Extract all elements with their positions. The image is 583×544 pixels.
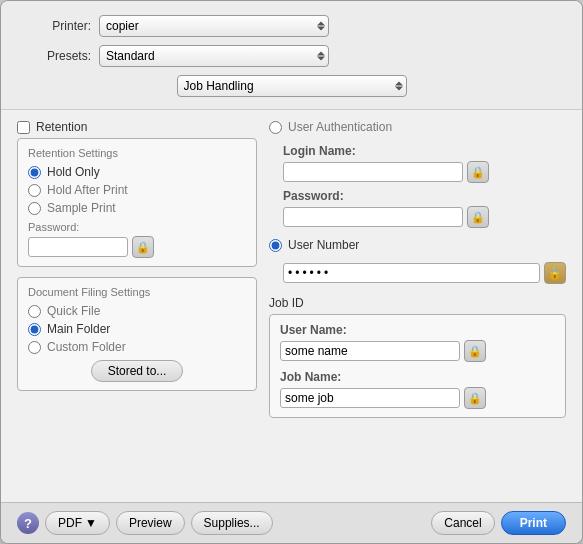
print-dialog: Printer: copier Presets: Standard J — [0, 0, 583, 544]
password-label: Password: — [283, 189, 566, 203]
presets-select[interactable]: Standard — [99, 45, 329, 67]
user-number-label: User Number — [288, 238, 359, 252]
main-folder-option: Main Folder — [28, 322, 246, 336]
job-id-section: Job ID User Name: 🔒 Job Name: 🔒 — [269, 296, 566, 418]
job-id-box: User Name: 🔒 Job Name: 🔒 — [269, 314, 566, 418]
section-select[interactable]: Job Handling — [177, 75, 407, 97]
user-auth-label: User Authentication — [288, 120, 392, 134]
cancel-button[interactable]: Cancel — [431, 511, 494, 535]
hold-after-print-radio[interactable] — [28, 184, 41, 197]
printer-label: Printer: — [21, 19, 91, 33]
pdf-button[interactable]: PDF ▼ — [45, 511, 110, 535]
custom-folder-option: Custom Folder — [28, 340, 246, 354]
presets-select-wrapper: Standard — [99, 45, 329, 67]
main-folder-radio[interactable] — [28, 323, 41, 336]
job-name-label: Job Name: — [280, 370, 555, 384]
user-number-option: User Number — [269, 238, 566, 252]
hold-after-print-label: Hold After Print — [47, 183, 128, 197]
supplies-button[interactable]: Supplies... — [191, 511, 273, 535]
left-panel: Retention Retention Settings Hold Only H… — [17, 120, 257, 492]
document-filing-box: Document Filing Settings Quick File Main… — [17, 277, 257, 391]
help-button[interactable]: ? — [17, 512, 39, 534]
quick-file-label: Quick File — [47, 304, 100, 318]
sample-print-radio[interactable] — [28, 202, 41, 215]
pdf-arrow-icon: ▼ — [85, 516, 97, 530]
retention-settings-title: Retention Settings — [28, 147, 246, 159]
job-id-label: Job ID — [269, 296, 566, 310]
bottom-bar: ? PDF ▼ Preview Supplies... Cancel Print — [1, 502, 582, 543]
quick-file-option: Quick File — [28, 304, 246, 318]
login-name-input[interactable] — [283, 162, 463, 182]
main-content: Retention Retention Settings Hold Only H… — [1, 110, 582, 502]
document-filing-title: Document Filing Settings — [28, 286, 246, 298]
document-filing-section: Document Filing Settings Quick File Main… — [17, 277, 257, 391]
retention-header: Retention — [17, 120, 257, 134]
user-number-radio[interactable] — [269, 239, 282, 252]
job-name-lock-button[interactable]: 🔒 — [464, 387, 486, 409]
printer-select[interactable]: copier — [99, 15, 329, 37]
user-name-row: 🔒 — [280, 340, 555, 362]
retention-password-input[interactable] — [28, 237, 128, 257]
section-select-wrapper: Job Handling — [177, 75, 407, 97]
right-panel: User Authentication Login Name: 🔒 Passwo… — [269, 120, 566, 492]
printer-row: Printer: copier — [21, 15, 562, 37]
user-auth-radio[interactable] — [269, 121, 282, 134]
presets-label: Presets: — [21, 49, 91, 63]
user-auth-option: User Authentication — [269, 120, 566, 134]
print-button[interactable]: Print — [501, 511, 566, 535]
sample-print-label: Sample Print — [47, 201, 116, 215]
retention-checkbox[interactable] — [17, 121, 30, 134]
user-name-lock-button[interactable]: 🔒 — [464, 340, 486, 362]
retention-password-field: 🔒 — [28, 236, 246, 258]
password-row: 🔒 — [283, 206, 566, 228]
retention-label: Retention — [36, 120, 87, 134]
pdf-label: PDF — [58, 516, 82, 530]
user-auth-fields: Login Name: 🔒 Password: 🔒 — [283, 144, 566, 228]
preview-button[interactable]: Preview — [116, 511, 185, 535]
section-row: Job Handling — [21, 75, 562, 97]
user-name-label: User Name: — [280, 323, 555, 337]
presets-row: Presets: Standard — [21, 45, 562, 67]
user-number-lock-button[interactable]: 🔒 — [544, 262, 566, 284]
user-number-row: 🔒 — [283, 262, 566, 284]
sample-print-option: Sample Print — [28, 201, 246, 215]
job-name-input[interactable] — [280, 388, 460, 408]
login-name-row: 🔒 — [283, 161, 566, 183]
password-lock-button[interactable]: 🔒 — [467, 206, 489, 228]
stored-to-button[interactable]: Stored to... — [91, 360, 184, 382]
quick-file-radio[interactable] — [28, 305, 41, 318]
user-name-input[interactable] — [280, 341, 460, 361]
hold-after-print-option: Hold After Print — [28, 183, 246, 197]
password-input[interactable] — [283, 207, 463, 227]
top-section: Printer: copier Presets: Standard J — [1, 1, 582, 110]
printer-select-wrapper: copier — [99, 15, 329, 37]
hold-only-label: Hold Only — [47, 165, 100, 179]
retention-password-label: Password: — [28, 221, 246, 233]
custom-folder-label: Custom Folder — [47, 340, 126, 354]
retention-password-row: Password: 🔒 — [28, 221, 246, 258]
login-name-label: Login Name: — [283, 144, 566, 158]
hold-only-option: Hold Only — [28, 165, 246, 179]
main-folder-label: Main Folder — [47, 322, 110, 336]
job-name-row: 🔒 — [280, 387, 555, 409]
login-lock-button[interactable]: 🔒 — [467, 161, 489, 183]
retention-box: Retention Settings Hold Only Hold After … — [17, 138, 257, 267]
hold-only-radio[interactable] — [28, 166, 41, 179]
custom-folder-radio[interactable] — [28, 341, 41, 354]
user-number-input[interactable] — [283, 263, 540, 283]
retention-lock-button[interactable]: 🔒 — [132, 236, 154, 258]
retention-section: Retention Retention Settings Hold Only H… — [17, 120, 257, 267]
